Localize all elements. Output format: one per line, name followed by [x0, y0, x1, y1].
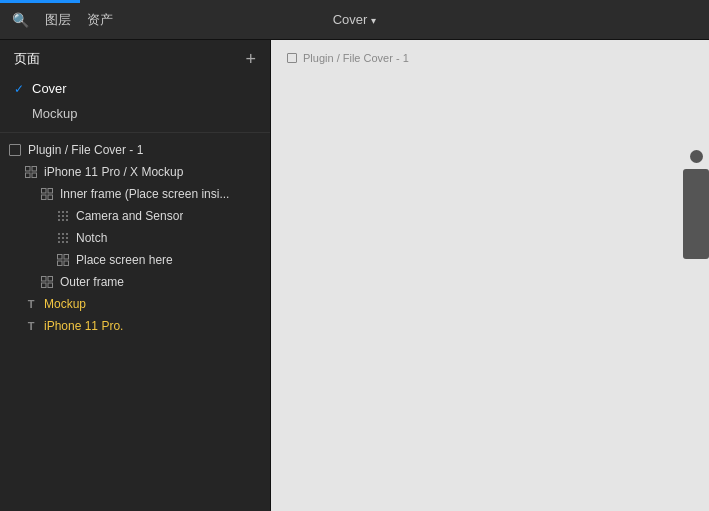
nav-assets[interactable]: 资产	[87, 11, 113, 29]
svg-rect-7	[48, 195, 53, 200]
svg-point-20	[58, 237, 60, 239]
layer-label: Camera and Sensor	[76, 209, 183, 223]
svg-rect-28	[58, 261, 63, 266]
svg-rect-26	[58, 255, 63, 260]
add-page-button[interactable]: +	[245, 50, 256, 68]
svg-rect-32	[42, 283, 47, 288]
layer-inner-frame[interactable]: Inner frame (Place screen insi...	[0, 183, 270, 205]
svg-point-15	[62, 219, 64, 221]
svg-rect-31	[48, 277, 53, 282]
frame-icon	[8, 143, 22, 157]
layer-label: Mockup	[44, 297, 86, 311]
svg-rect-27	[64, 255, 69, 260]
canvas-label: Plugin / File Cover - 1	[287, 52, 409, 64]
layer-plugin-file-cover[interactable]: Plugin / File Cover - 1	[0, 139, 270, 161]
layer-outer-frame[interactable]: Outer frame	[0, 271, 270, 293]
phone-body	[683, 169, 709, 259]
svg-point-24	[62, 241, 64, 243]
layer-label: iPhone 11 Pro.	[44, 319, 123, 333]
component-grid-icon-3	[40, 275, 54, 289]
canvas-title: Plugin / File Cover - 1	[303, 52, 409, 64]
document-title[interactable]: Cover▾	[333, 12, 377, 27]
svg-rect-6	[42, 195, 47, 200]
svg-point-10	[66, 211, 68, 213]
layer-label: iPhone 11 Pro / X Mockup	[44, 165, 183, 179]
top-bar: 🔍 图层 资产 Cover▾	[0, 0, 709, 40]
text-icon-2: T	[24, 319, 38, 333]
page-item-mockup[interactable]: ✓ Mockup	[0, 101, 270, 126]
svg-rect-30	[42, 277, 47, 282]
nav-layers[interactable]: 图层	[45, 11, 71, 29]
svg-rect-0	[26, 167, 31, 172]
canvas-frame-icon	[287, 53, 297, 63]
svg-rect-3	[32, 173, 37, 178]
component-grid-icon	[40, 187, 54, 201]
progress-bar	[0, 0, 80, 3]
page-item-cover[interactable]: ✓ Cover	[0, 76, 270, 101]
svg-point-16	[66, 219, 68, 221]
page-label-cover: Cover	[32, 81, 67, 96]
svg-point-21	[62, 237, 64, 239]
svg-rect-5	[48, 189, 53, 194]
layer-place-screen[interactable]: Place screen here	[0, 249, 270, 271]
svg-rect-4	[42, 189, 47, 194]
pages-header: 页面 +	[0, 40, 270, 76]
layer-label: Notch	[76, 231, 107, 245]
page-label-mockup: Mockup	[32, 106, 78, 121]
svg-rect-29	[64, 261, 69, 266]
layer-notch[interactable]: Notch	[0, 227, 270, 249]
layer-camera-sensor[interactable]: Camera and Sensor	[0, 205, 270, 227]
svg-point-12	[62, 215, 64, 217]
sidebar-divider	[0, 132, 270, 133]
dots-grid-icon	[56, 209, 70, 223]
component-grid-icon	[24, 165, 38, 179]
svg-rect-2	[26, 173, 31, 178]
canvas[interactable]: Plugin / File Cover - 1	[271, 40, 709, 511]
main-layout: 页面 + ✓ Cover ✓ Mockup Plugin / File Cove…	[0, 40, 709, 511]
layer-label: Outer frame	[60, 275, 124, 289]
check-icon-empty: ✓	[14, 107, 24, 121]
svg-point-9	[62, 211, 64, 213]
svg-point-18	[62, 233, 64, 235]
layer-label: Inner frame (Place screen insi...	[60, 187, 229, 201]
svg-point-8	[58, 211, 60, 213]
svg-point-19	[66, 233, 68, 235]
dots-grid-icon-2	[56, 231, 70, 245]
svg-rect-1	[32, 167, 37, 172]
phone-mockup-partial	[683, 150, 709, 259]
sidebar: 页面 + ✓ Cover ✓ Mockup Plugin / File Cove…	[0, 40, 271, 511]
svg-point-25	[66, 241, 68, 243]
layer-iphone-mockup[interactable]: iPhone 11 Pro / X Mockup	[0, 161, 270, 183]
top-bar-left: 🔍 图层 资产	[12, 11, 113, 29]
layer-iphone-text[interactable]: T iPhone 11 Pro.	[0, 315, 270, 337]
svg-point-23	[58, 241, 60, 243]
phone-circle	[690, 150, 703, 163]
component-grid-icon-2	[56, 253, 70, 267]
svg-point-22	[66, 237, 68, 239]
layer-mockup-text[interactable]: T Mockup	[0, 293, 270, 315]
svg-point-11	[58, 215, 60, 217]
svg-point-14	[58, 219, 60, 221]
search-icon[interactable]: 🔍	[12, 12, 29, 28]
text-icon: T	[24, 297, 38, 311]
check-icon: ✓	[14, 82, 24, 96]
pages-title: 页面	[14, 50, 40, 68]
layer-label: Plugin / File Cover - 1	[28, 143, 143, 157]
layer-label: Place screen here	[76, 253, 173, 267]
svg-point-13	[66, 215, 68, 217]
svg-point-17	[58, 233, 60, 235]
svg-rect-33	[48, 283, 53, 288]
